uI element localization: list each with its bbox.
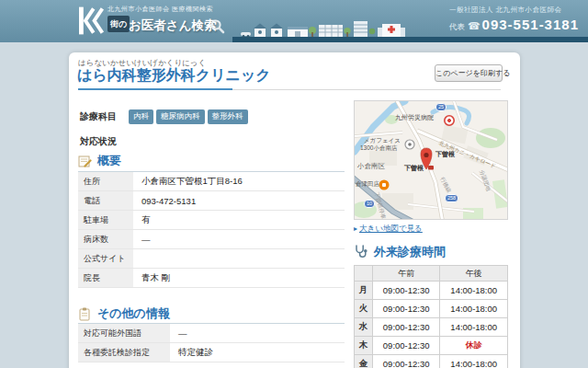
map-label-station: 下曽根	[404, 165, 424, 171]
link-arrow-icon: ▸	[354, 224, 357, 233]
map-label-hospital: 九州労災病院	[395, 114, 434, 121]
stethoscope-icon	[354, 245, 368, 259]
table-row: 院長 青木 剛	[78, 269, 345, 288]
route-shield-left: 10	[364, 200, 375, 208]
department-tag-tonyobyo[interactable]: 糖尿病内科	[156, 109, 205, 124]
table-row: 駐車場 有	[78, 211, 345, 230]
note-icon	[78, 155, 92, 168]
site-logo-icon[interactable]	[79, 5, 105, 37]
status-row: 対応状況	[80, 132, 117, 148]
table-row: 各種委託検診指定 特定健診	[78, 343, 345, 362]
col-pm: 午後	[440, 266, 508, 282]
overview-section-heading: 概要	[78, 153, 121, 169]
magnifier-icon	[209, 18, 225, 34]
table-row: 住所 小倉南区下曽根1丁目8-16	[78, 172, 345, 191]
clinic-name: はら内科整形外科クリニック	[77, 66, 271, 86]
department-tag-naika[interactable]: 内科	[129, 109, 153, 124]
hours-section-heading: 外来診療時間	[354, 244, 446, 260]
site-title[interactable]: お医者さん検索	[129, 17, 216, 34]
map-label-store-2: 1300小倉南店	[360, 145, 397, 152]
header-phone: 代表☎093-551-3181	[449, 17, 579, 33]
phone-icon: ☎	[468, 20, 481, 31]
table-row: 公式サイト	[78, 249, 345, 269]
closed-badge: 休診	[440, 337, 508, 355]
clipboard-icon	[78, 307, 92, 321]
col-am: 午前	[372, 266, 440, 282]
larger-map-link[interactable]: ▸大きい地図で見る	[354, 224, 423, 235]
phone-label: 代表	[449, 22, 465, 31]
overview-title: 概要	[97, 153, 121, 169]
hours-row-fri: 金 09:00-12:30 14:00-18:00	[355, 355, 508, 368]
map-label-place: 下曽根	[435, 151, 455, 157]
map-label-store-1: メガフェイス	[364, 138, 401, 144]
route-shield-top: 25	[435, 103, 447, 111]
map-label-ward: 小倉南区	[357, 163, 385, 170]
map-label-shop: 倉津田店	[356, 181, 379, 188]
hours-row-mon: 月 09:00-12:30 14:00-18:00	[355, 282, 508, 300]
cityscape-illustration	[241, 20, 421, 39]
table-row: 対応可能外国語 —	[78, 324, 345, 343]
departments-label: 診療科目	[80, 110, 117, 123]
overview-table: 住所 小倉南区下曽根1丁目8-16 電話 093-472-5131 駐車場 有 …	[78, 172, 345, 288]
train-station-icon	[428, 166, 434, 170]
hours-row-tue: 火 09:00-12:30 14:00-18:00	[355, 300, 508, 318]
title-accent-underline	[78, 88, 232, 90]
site-badge: 街の	[107, 16, 130, 32]
hours-row-wed: 水 09:00-12:30 14:00-18:00	[355, 318, 508, 337]
departments-row: 診療科目 内科 糖尿病内科 整形外科	[80, 109, 248, 124]
hours-table: 午前 午後 月 09:00-12:30 14:00-18:00 火 09:00-…	[354, 265, 508, 368]
site-subtitle: 北九州市小倉医師会 医療機関検索	[107, 5, 213, 14]
hours-title: 外来診療時間	[374, 244, 446, 260]
other-info-section-heading: その他の情報	[78, 305, 170, 322]
hours-header-row: 午前 午後	[355, 266, 508, 282]
table-row: 電話 093-472-5131	[78, 191, 345, 211]
other-info-title: その他の情報	[97, 305, 170, 322]
phone-number: 093-551-3181	[482, 17, 579, 32]
other-info-table: 対応可能外国語 — 各種委託検診指定 特定健診	[78, 324, 345, 362]
clinic-detail-card: はらないかせいけいげかくりにっく はら内科整形外科クリニック このページを印刷す…	[69, 52, 520, 368]
print-page-button[interactable]: このページを印刷する	[435, 64, 503, 82]
hours-row-thu: 木 09:00-12:30 休診	[355, 337, 508, 355]
org-name: 一般社団法人 北九州市小倉医師会	[449, 6, 579, 15]
status-label: 対応状況	[80, 136, 117, 146]
location-map[interactable]: 九州労災病院 メガフェイス 1300小倉南店 下曽根 下曽根 小倉南区 倉津田店…	[354, 100, 508, 220]
table-row: 病床数 —	[78, 230, 345, 249]
department-tag-seikei[interactable]: 整形外科	[208, 109, 248, 124]
route-shield-right: 258	[445, 194, 458, 202]
site-header: 北九州市小倉医師会 医療機関検索 街の お医者さん検索	[0, 0, 588, 42]
